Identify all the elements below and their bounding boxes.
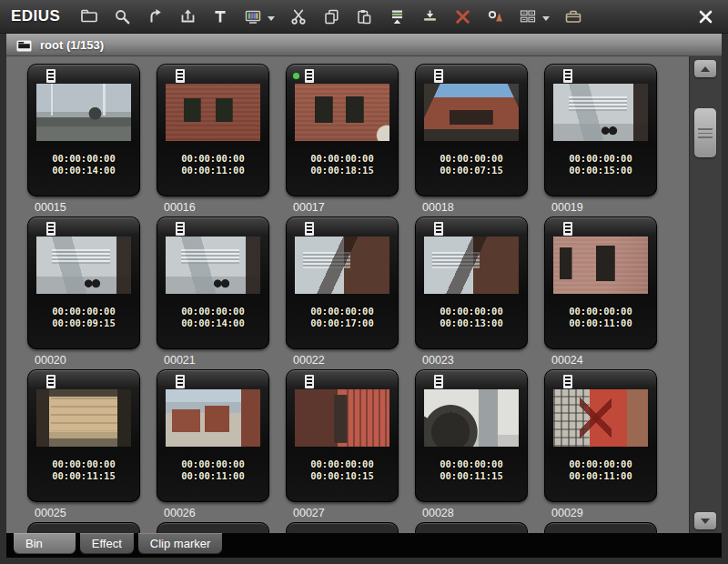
- clip-tile-header: [286, 217, 399, 236]
- clip-duration: 00:00:11:00: [157, 165, 269, 176]
- title-bar: EDIUS: [0, 0, 728, 34]
- app-logo: EDIUS: [11, 7, 60, 25]
- clip-tile-partial[interactable]: [415, 522, 528, 533]
- scroll-up-button[interactable]: [694, 60, 716, 77]
- clip-name-label: 00018: [415, 196, 528, 214]
- title-icon[interactable]: [209, 5, 231, 27]
- delete-icon[interactable]: [451, 5, 473, 27]
- clip-timecode-in: 00:00:00:00: [286, 458, 399, 470]
- clip-tile[interactable]: 00:00:00:00 00:00:13:00: [415, 217, 528, 349]
- filmstrip-icon: [46, 69, 56, 83]
- clip-tile-partial[interactable]: [286, 522, 399, 533]
- bin-content: root (1/153) 00:00:00:00 00:00:14:00 000…: [6, 34, 722, 558]
- clip-timecode: 00:00:00:00 00:00:11:00: [157, 458, 269, 481]
- clip-tile[interactable]: 00:00:00:00 00:00:17:00: [286, 217, 399, 349]
- color-bar-dropdown-icon[interactable]: [268, 12, 277, 21]
- clip-cell: 00:00:00:00 00:00:15:00 00019: [544, 64, 657, 217]
- clip-cell: 00:00:00:00 00:00:18:15 00017: [286, 64, 399, 217]
- clip-tile[interactable]: 00:00:00:00 00:00:09:15: [27, 217, 140, 349]
- clip-thumbnail: [166, 84, 260, 141]
- clip-name-label: 00028: [415, 502, 528, 519]
- clip-grid-row: 00:00:00:00 00:00:11:15 00025 00:00:00:0…: [27, 369, 689, 522]
- clip-timecode-in: 00:00:00:00: [415, 458, 528, 470]
- clip-tile[interactable]: 00:00:00:00 00:00:11:00: [544, 217, 657, 349]
- view-mode-dropdown-icon[interactable]: [542, 12, 551, 21]
- clip-timecode: 00:00:00:00 00:00:11:15: [27, 458, 140, 481]
- clip-tile-header: [286, 64, 399, 83]
- clip-tile[interactable]: 00:00:00:00 00:00:14:00: [27, 64, 140, 196]
- clip-timecode: 00:00:00:00 00:00:11:00: [544, 306, 657, 328]
- view-mode-icon[interactable]: [517, 5, 539, 27]
- clip-cell: 00:00:00:00 00:00:14:00 00021: [157, 217, 269, 369]
- toolbar: [78, 5, 584, 27]
- filmstrip-icon: [305, 375, 314, 388]
- clip-timecode: 00:00:00:00 00:00:15:00: [544, 153, 657, 176]
- add-clip-icon[interactable]: [177, 5, 198, 27]
- edius-bin-window: EDIUS: [0, 0, 728, 564]
- copy-icon[interactable]: [320, 5, 342, 27]
- clip-timecode: 00:00:00:00 00:00:17:00: [286, 306, 399, 328]
- clip-tile[interactable]: 00:00:00:00 00:00:11:00: [544, 369, 657, 502]
- clip-tile[interactable]: 00:00:00:00 00:00:11:15: [415, 369, 528, 502]
- clip-name-label: 00029: [544, 502, 657, 519]
- add-to-timeline-icon[interactable]: [386, 5, 408, 27]
- clip-thumbnail: [553, 84, 648, 141]
- clip-duration: 00:00:18:15: [286, 165, 399, 176]
- clip-name-label: 00020: [27, 349, 140, 367]
- clip-tile-partial[interactable]: [544, 522, 657, 533]
- clip-tile[interactable]: 00:00:00:00 00:00:11:15: [27, 369, 140, 502]
- clip-tile[interactable]: 00:00:00:00 00:00:07:15: [415, 64, 528, 196]
- tab-clip-marker[interactable]: Clip marker: [138, 533, 222, 554]
- clip-timecode: 00:00:00:00 00:00:11:15: [415, 458, 528, 481]
- clip-duration: 00:00:11:15: [415, 470, 528, 482]
- clip-cell: 00:00:00:00 00:00:07:15 00018: [415, 64, 528, 217]
- color-bar-icon[interactable]: [242, 5, 264, 27]
- clip-duration: 00:00:11:00: [544, 317, 657, 329]
- chevron-up-icon: [701, 66, 710, 72]
- filmstrip-icon: [176, 69, 185, 83]
- search-icon[interactable]: [111, 5, 133, 27]
- new-folder-icon[interactable]: [78, 5, 100, 27]
- clip-tile-header: [157, 217, 269, 236]
- toolbox-icon[interactable]: [562, 5, 584, 27]
- filmstrip-icon: [563, 69, 572, 83]
- paste-icon[interactable]: [353, 5, 375, 27]
- cut-icon[interactable]: [288, 5, 309, 27]
- clip-duration: 00:00:10:15: [286, 470, 399, 482]
- tab-bin-label: Bin: [25, 537, 43, 550]
- clip-thumbnail: [424, 237, 519, 294]
- clip-tile-partial[interactable]: [27, 522, 140, 533]
- current-folder-bar[interactable]: root (1/153): [6, 34, 722, 56]
- tab-effect[interactable]: Effect: [80, 533, 134, 554]
- clip-name-label: 00027: [286, 502, 399, 519]
- clip-tile[interactable]: 00:00:00:00 00:00:15:00: [544, 64, 657, 196]
- clip-duration: 00:00:11:15: [27, 470, 140, 482]
- properties-icon[interactable]: [484, 5, 506, 27]
- up-one-level-icon[interactable]: [144, 5, 166, 27]
- clip-name-label: 00015: [27, 196, 140, 214]
- clip-tile-header: [544, 217, 657, 236]
- scrollbar-thumb[interactable]: [694, 108, 716, 157]
- vertical-scrollbar[interactable]: [689, 56, 722, 533]
- clip-timecode-in: 00:00:00:00: [286, 306, 399, 317]
- clip-tile-header: [27, 369, 140, 388]
- clip-duration: 00:00:07:15: [415, 165, 528, 176]
- clip-timecode-in: 00:00:00:00: [157, 306, 269, 317]
- scroll-down-button[interactable]: [694, 512, 716, 529]
- clip-tile[interactable]: 00:00:00:00 00:00:11:00: [157, 64, 269, 196]
- clip-tile-partial[interactable]: [157, 522, 269, 533]
- tab-bin[interactable]: Bin: [14, 533, 76, 554]
- clip-timecode-in: 00:00:00:00: [27, 153, 140, 165]
- clip-tile-header: [415, 369, 528, 388]
- filmstrip-icon: [46, 375, 56, 388]
- close-icon[interactable]: [693, 5, 717, 27]
- clip-duration: 00:00:15:00: [544, 165, 657, 176]
- clip-tile[interactable]: 00:00:00:00 00:00:10:15: [286, 369, 399, 502]
- overwrite-to-timeline-icon[interactable]: [419, 5, 440, 27]
- clip-tile[interactable]: 00:00:00:00 00:00:11:00: [157, 369, 269, 502]
- clip-tile[interactable]: 00:00:00:00 00:00:18:15: [286, 64, 399, 196]
- clip-timecode-in: 00:00:00:00: [415, 153, 528, 165]
- clip-tile[interactable]: 00:00:00:00 00:00:14:00: [157, 217, 269, 349]
- clip-timecode-in: 00:00:00:00: [157, 458, 269, 470]
- clip-tile-header: [415, 64, 528, 83]
